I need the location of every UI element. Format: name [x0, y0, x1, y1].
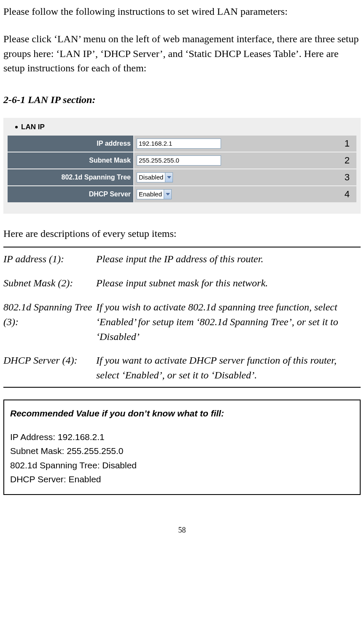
description-term: IP address (1):	[3, 252, 96, 266]
page-number: 58	[3, 525, 361, 536]
lanip-title: LAN IP	[21, 122, 45, 133]
recommended-box: Recommended Value if you don’t know what…	[3, 400, 361, 495]
subnet-mask-input[interactable]	[137, 155, 221, 166]
table-row: 802.1d Spanning Tree Disabled 3	[7, 169, 357, 186]
section-heading: 2-6-1 LAN IP section:	[3, 92, 361, 107]
recommended-line: IP Address: 192.168.2.1	[10, 430, 354, 444]
description-term: 802.1d Spanning Tree (3):	[3, 300, 96, 344]
row-value-cell: Enabled 4	[134, 186, 357, 203]
recommended-line: 802.1d Spanning Tree: Disabled	[10, 458, 354, 473]
descriptions-intro: Here are descriptions of every setup ite…	[3, 226, 361, 241]
description-text: Please input subnet mask for this networ…	[96, 276, 361, 291]
row-number: 2	[345, 154, 350, 167]
bullet-icon	[15, 126, 18, 128]
lanip-title-row: LAN IP	[7, 122, 357, 135]
table-row: DHCP Server Enabled 4	[7, 186, 357, 203]
row-label: Subnet Mask	[7, 152, 134, 169]
select-value: Disabled	[139, 173, 163, 182]
description-term: DHCP Server (4):	[3, 353, 96, 383]
select-value: Enabled	[139, 190, 162, 199]
ip-address-input[interactable]	[137, 139, 221, 149]
recommended-line: Subnet Mask: 255.255.255.0	[10, 444, 354, 458]
spanning-tree-select[interactable]: Disabled	[137, 172, 173, 182]
row-value-cell: 1	[134, 135, 357, 152]
row-value-cell: Disabled 3	[134, 169, 357, 186]
recommended-line: DHCP Server: Enabled	[10, 472, 354, 487]
table-row: Subnet Mask 2	[7, 152, 357, 169]
row-label: DHCP Server	[7, 186, 134, 203]
row-label: IP address	[7, 135, 134, 152]
description-text: If you wish to activate 802.1d spanning …	[96, 300, 361, 344]
row-value-cell: 2	[134, 152, 357, 169]
description-row: IP address (1): Please input the IP addr…	[3, 252, 361, 266]
chevron-down-icon	[165, 173, 173, 182]
descriptions-block: IP address (1): Please input the IP addr…	[3, 247, 361, 388]
description-text: Please input the IP address of this rout…	[96, 252, 361, 266]
dhcp-server-select[interactable]: Enabled	[137, 189, 172, 199]
lanip-table: IP address 1 Subnet Mask 2 802.1d Spanni…	[7, 135, 357, 203]
description-term: Subnet Mask (2):	[3, 276, 96, 291]
description-row: 802.1d Spanning Tree (3): If you wish to…	[3, 300, 361, 344]
row-number: 4	[345, 188, 350, 201]
row-number: 1	[345, 137, 350, 150]
intro-line-1: Please follow the following instructions…	[3, 4, 361, 19]
description-text: If you want to activate DHCP server func…	[96, 353, 361, 383]
description-row: DHCP Server (4): If you want to activate…	[3, 353, 361, 383]
description-row: Subnet Mask (2): Please input subnet mas…	[3, 276, 361, 291]
row-label: 802.1d Spanning Tree	[7, 169, 134, 186]
row-number: 3	[345, 171, 350, 184]
recommended-title: Recommended Value if you don’t know what…	[10, 406, 354, 421]
table-row: IP address 1	[7, 135, 357, 152]
chevron-down-icon	[164, 190, 171, 199]
intro-line-2: Please click ‘LAN’ menu on the left of w…	[3, 32, 361, 76]
lanip-screenshot: LAN IP IP address 1 Subnet Mask 2 802.1d…	[3, 118, 361, 214]
